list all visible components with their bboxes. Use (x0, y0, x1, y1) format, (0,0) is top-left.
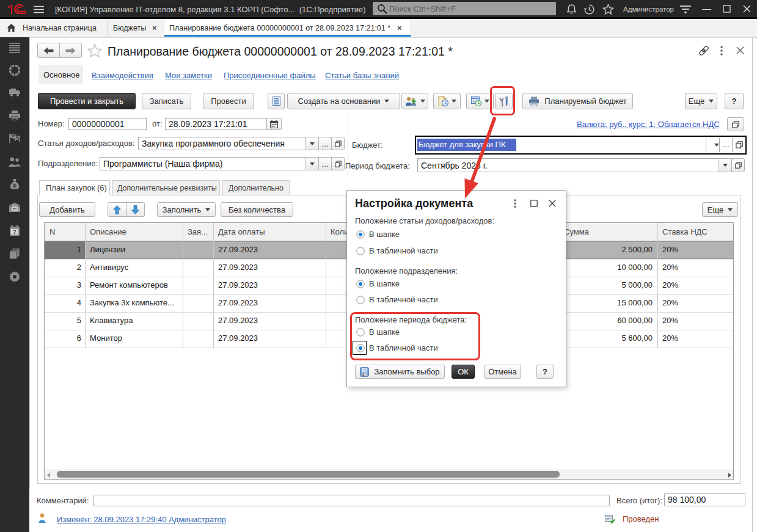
svg-text:$: $ (13, 183, 16, 189)
svg-text:7: 7 (13, 229, 16, 235)
